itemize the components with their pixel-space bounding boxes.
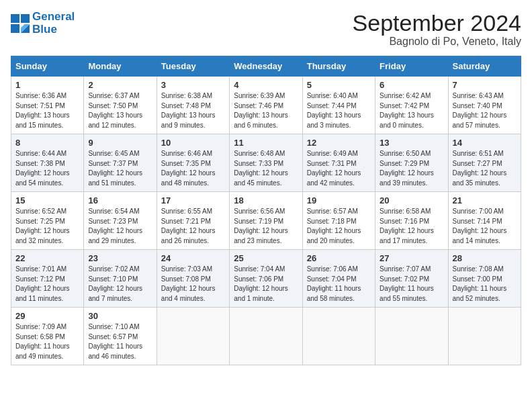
calendar-cell <box>375 308 448 365</box>
cell-info: Sunrise: 6:44 AMSunset: 7:38 PMDaylight:… <box>15 149 79 188</box>
calendar-cell: 2Sunrise: 6:37 AMSunset: 7:50 PMDaylight… <box>84 77 157 134</box>
day-number: 21 <box>453 195 517 205</box>
calendar-week-row: 1Sunrise: 6:36 AMSunset: 7:51 PMDaylight… <box>11 77 521 134</box>
column-header-wednesday: Wednesday <box>230 56 302 77</box>
calendar-cell: 29Sunrise: 7:09 AMSunset: 6:58 PMDayligh… <box>11 308 84 365</box>
calendar-cell: 27Sunrise: 7:07 AMSunset: 7:02 PMDayligh… <box>375 250 448 308</box>
calendar-cell <box>157 308 229 365</box>
cell-info: Sunrise: 6:55 AMSunset: 7:21 PMDaylight:… <box>161 207 225 246</box>
column-header-tuesday: Tuesday <box>157 56 229 77</box>
day-number: 29 <box>15 311 79 321</box>
calendar-cell: 1Sunrise: 6:36 AMSunset: 7:51 PMDaylight… <box>11 77 84 134</box>
calendar-week-row: 29Sunrise: 7:09 AMSunset: 6:58 PMDayligh… <box>11 308 521 365</box>
cell-info: Sunrise: 6:48 AMSunset: 7:33 PMDaylight:… <box>234 149 298 188</box>
cell-info: Sunrise: 7:04 AMSunset: 7:06 PMDaylight:… <box>234 265 298 304</box>
calendar-cell: 4Sunrise: 6:39 AMSunset: 7:46 PMDaylight… <box>230 77 302 134</box>
cell-info: Sunrise: 7:03 AMSunset: 7:08 PMDaylight:… <box>161 265 225 304</box>
day-number: 18 <box>234 195 298 205</box>
cell-info: Sunrise: 6:51 AMSunset: 7:27 PMDaylight:… <box>453 149 517 188</box>
cell-info: Sunrise: 7:10 AMSunset: 6:57 PMDaylight:… <box>88 322 152 361</box>
cell-info: Sunrise: 6:38 AMSunset: 7:48 PMDaylight:… <box>161 91 225 130</box>
calendar-cell: 13Sunrise: 6:50 AMSunset: 7:29 PMDayligh… <box>375 134 448 192</box>
column-header-thursday: Thursday <box>302 56 375 77</box>
day-number: 5 <box>307 80 371 90</box>
day-number: 8 <box>15 138 79 148</box>
cell-info: Sunrise: 6:56 AMSunset: 7:19 PMDaylight:… <box>234 207 298 246</box>
cell-info: Sunrise: 6:37 AMSunset: 7:50 PMDaylight:… <box>88 91 152 130</box>
day-number: 7 <box>453 80 517 90</box>
cell-info: Sunrise: 6:39 AMSunset: 7:46 PMDaylight:… <box>234 91 298 130</box>
cell-info: Sunrise: 6:42 AMSunset: 7:42 PMDaylight:… <box>380 91 443 130</box>
calendar-cell: 10Sunrise: 6:46 AMSunset: 7:35 PMDayligh… <box>157 134 229 192</box>
calendar-week-row: 15Sunrise: 6:52 AMSunset: 7:25 PMDayligh… <box>11 192 521 250</box>
calendar-cell <box>302 308 375 365</box>
day-number: 1 <box>15 80 79 90</box>
day-number: 19 <box>307 195 371 205</box>
day-number: 23 <box>88 253 152 263</box>
calendar-cell: 23Sunrise: 7:02 AMSunset: 7:10 PMDayligh… <box>84 250 157 308</box>
calendar-cell: 24Sunrise: 7:03 AMSunset: 7:08 PMDayligh… <box>157 250 229 308</box>
calendar-cell: 22Sunrise: 7:01 AMSunset: 7:12 PMDayligh… <box>11 250 84 308</box>
month-title: September 2024 <box>353 11 521 36</box>
calendar-cell: 21Sunrise: 7:00 AMSunset: 7:14 PMDayligh… <box>448 192 521 250</box>
calendar-cell: 15Sunrise: 6:52 AMSunset: 7:25 PMDayligh… <box>11 192 84 250</box>
column-header-monday: Monday <box>84 56 157 77</box>
day-number: 20 <box>380 195 443 205</box>
cell-info: Sunrise: 6:45 AMSunset: 7:37 PMDaylight:… <box>88 149 152 188</box>
svg-rect-0 <box>11 14 19 23</box>
cell-info: Sunrise: 6:46 AMSunset: 7:35 PMDaylight:… <box>161 149 225 188</box>
day-number: 15 <box>15 195 79 205</box>
cell-info: Sunrise: 7:08 AMSunset: 7:00 PMDaylight:… <box>453 265 517 304</box>
day-number: 11 <box>234 138 298 148</box>
day-number: 30 <box>88 311 152 321</box>
calendar-table: SundayMondayTuesdayWednesdayThursdayFrid… <box>11 56 521 365</box>
day-number: 16 <box>88 195 152 205</box>
calendar-header-row: SundayMondayTuesdayWednesdayThursdayFrid… <box>11 56 521 77</box>
day-number: 26 <box>307 253 371 263</box>
calendar-cell: 16Sunrise: 6:54 AMSunset: 7:23 PMDayligh… <box>84 192 157 250</box>
day-number: 14 <box>453 138 517 148</box>
cell-info: Sunrise: 7:02 AMSunset: 7:10 PMDaylight:… <box>88 265 152 304</box>
day-number: 13 <box>380 138 443 148</box>
day-number: 27 <box>380 253 443 263</box>
day-number: 2 <box>88 80 152 90</box>
calendar-week-row: 22Sunrise: 7:01 AMSunset: 7:12 PMDayligh… <box>11 250 521 308</box>
cell-info: Sunrise: 6:58 AMSunset: 7:16 PMDaylight:… <box>380 207 443 246</box>
calendar-cell: 3Sunrise: 6:38 AMSunset: 7:48 PMDaylight… <box>157 77 229 134</box>
calendar-cell: 19Sunrise: 6:57 AMSunset: 7:18 PMDayligh… <box>302 192 375 250</box>
column-header-sunday: Sunday <box>11 56 84 77</box>
calendar-week-row: 8Sunrise: 6:44 AMSunset: 7:38 PMDaylight… <box>11 134 521 192</box>
calendar-cell <box>230 308 302 365</box>
logo-text: General Blue <box>32 11 75 36</box>
calendar-cell: 17Sunrise: 6:55 AMSunset: 7:21 PMDayligh… <box>157 192 229 250</box>
calendar-cell: 8Sunrise: 6:44 AMSunset: 7:38 PMDaylight… <box>11 134 84 192</box>
calendar-cell: 5Sunrise: 6:40 AMSunset: 7:44 PMDaylight… <box>302 77 375 134</box>
location-title: Bagnolo di Po, Veneto, Italy <box>353 36 521 48</box>
calendar-cell: 26Sunrise: 7:06 AMSunset: 7:04 PMDayligh… <box>302 250 375 308</box>
cell-info: Sunrise: 7:07 AMSunset: 7:02 PMDaylight:… <box>380 265 443 304</box>
page-header: General Blue September 2024 Bagnolo di P… <box>11 11 521 48</box>
logo: General Blue <box>11 11 75 36</box>
cell-info: Sunrise: 6:54 AMSunset: 7:23 PMDaylight:… <box>88 207 152 246</box>
day-number: 25 <box>234 253 298 263</box>
day-number: 17 <box>161 195 225 205</box>
day-number: 10 <box>161 138 225 148</box>
day-number: 12 <box>307 138 371 148</box>
calendar-cell: 9Sunrise: 6:45 AMSunset: 7:37 PMDaylight… <box>84 134 157 192</box>
cell-info: Sunrise: 6:57 AMSunset: 7:18 PMDaylight:… <box>307 207 371 246</box>
calendar-cell: 6Sunrise: 6:42 AMSunset: 7:42 PMDaylight… <box>375 77 448 134</box>
day-number: 22 <box>15 253 79 263</box>
calendar-cell <box>448 308 521 365</box>
day-number: 3 <box>161 80 225 90</box>
day-number: 9 <box>88 138 152 148</box>
cell-info: Sunrise: 6:49 AMSunset: 7:31 PMDaylight:… <box>307 149 371 188</box>
svg-rect-1 <box>21 14 30 23</box>
cell-info: Sunrise: 6:36 AMSunset: 7:51 PMDaylight:… <box>15 91 79 130</box>
cell-info: Sunrise: 6:40 AMSunset: 7:44 PMDaylight:… <box>307 91 371 130</box>
cell-info: Sunrise: 6:43 AMSunset: 7:40 PMDaylight:… <box>453 91 517 130</box>
calendar-cell: 25Sunrise: 7:04 AMSunset: 7:06 PMDayligh… <box>230 250 302 308</box>
calendar-cell: 28Sunrise: 7:08 AMSunset: 7:00 PMDayligh… <box>448 250 521 308</box>
cell-info: Sunrise: 6:52 AMSunset: 7:25 PMDaylight:… <box>15 207 79 246</box>
cell-info: Sunrise: 7:06 AMSunset: 7:04 PMDaylight:… <box>307 265 371 304</box>
calendar-cell: 30Sunrise: 7:10 AMSunset: 6:57 PMDayligh… <box>84 308 157 365</box>
